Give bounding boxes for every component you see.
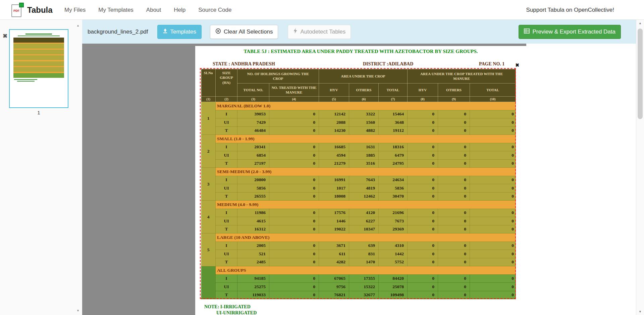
scrollbar-up-icon[interactable]: ▲ bbox=[636, 21, 644, 25]
thumbnail-sidebar: ✖ 1 ▲ ▼ bbox=[0, 20, 82, 315]
tabula-logo-icon: PDF bbox=[11, 3, 24, 17]
sidebar-scroll-down-icon[interactable]: ▼ bbox=[76, 309, 79, 312]
sidebar-scroll-up-icon[interactable]: ▲ bbox=[76, 24, 79, 27]
nav-item-about[interactable]: About bbox=[146, 7, 161, 13]
close-icon[interactable]: ✖ bbox=[3, 33, 7, 39]
pdf-viewer: TABLE 5J : ESTIMATED AREA UNDER PADDY TR… bbox=[82, 44, 636, 315]
brand[interactable]: PDF Tabula bbox=[11, 0, 53, 20]
thumbnail-table-footer bbox=[13, 72, 64, 78]
preview-export-button[interactable]: Preview & Export Extracted Data bbox=[519, 25, 621, 39]
support-link[interactable]: Support Tabula on OpenCollective! bbox=[526, 7, 614, 13]
pdf-district: DISTRICT :ADILABAD bbox=[363, 61, 413, 67]
nav-item-my-templates[interactable]: My Templates bbox=[98, 7, 133, 13]
tabula-app: PDF Tabula My Files My Templates About H… bbox=[0, 0, 644, 315]
thumbnail-table-body bbox=[13, 43, 64, 72]
thumbnail-page-number: 1 bbox=[9, 110, 68, 115]
pdf-note-2: UI-UNIRRIGATED bbox=[216, 310, 257, 315]
thumbnail-table-header bbox=[13, 38, 64, 43]
thumbnail-note-line bbox=[17, 81, 35, 82]
autodetect-tables-button[interactable]: Autodetect Tables bbox=[288, 25, 351, 39]
document-filename: background_lines_2.pdf bbox=[88, 29, 148, 35]
selection-close-icon[interactable]: ✖ bbox=[515, 62, 519, 68]
table-grid-icon bbox=[524, 29, 530, 35]
nav-menu: My Files My Templates About Help Source … bbox=[64, 0, 231, 20]
templates-button[interactable]: Templates bbox=[157, 25, 202, 39]
thumbnail-title-line bbox=[25, 34, 52, 35]
nav-item-help[interactable]: Help bbox=[174, 7, 185, 13]
thumbnail-title-line bbox=[18, 36, 60, 36]
nav-right: Support Tabula on OpenCollective! bbox=[526, 0, 614, 20]
green-square-icon bbox=[19, 3, 24, 7]
vertical-scrollbar[interactable]: ▲ ▼ bbox=[636, 20, 644, 315]
scrollbar-thumb[interactable] bbox=[638, 29, 643, 119]
brand-name[interactable]: Tabula bbox=[27, 5, 53, 15]
scrollbar-down-icon[interactable]: ▼ bbox=[636, 310, 644, 313]
pdf-table-title: TABLE 5J : ESTIMATED AREA UNDER PADDY TR… bbox=[195, 49, 526, 54]
navbar: PDF Tabula My Files My Templates About H… bbox=[0, 0, 644, 20]
page-thumbnail[interactable] bbox=[9, 29, 68, 108]
table-selection[interactable]: ✖ bbox=[200, 68, 516, 299]
thumbnail-note-line bbox=[14, 79, 37, 80]
nav-item-my-files[interactable]: My Files bbox=[64, 7, 86, 13]
pdf-page-no: PAGE NO. 1 bbox=[479, 61, 504, 67]
toolbar: background_lines_2.pdf Templates Clear A… bbox=[82, 20, 636, 44]
clear-circle-icon bbox=[215, 28, 221, 36]
pdf-note-1: NOTE: I-IRRIGATED bbox=[204, 304, 251, 310]
upload-icon bbox=[163, 29, 168, 35]
pdf-state: STATE : ANDHRA PRADESH bbox=[213, 61, 275, 67]
pdf-page[interactable]: TABLE 5J : ESTIMATED AREA UNDER PADDY TR… bbox=[195, 46, 526, 315]
clear-selections-button[interactable]: Clear All Selections bbox=[210, 25, 278, 39]
nav-item-source-code[interactable]: Source Code bbox=[198, 7, 231, 13]
lightning-icon bbox=[293, 28, 298, 35]
